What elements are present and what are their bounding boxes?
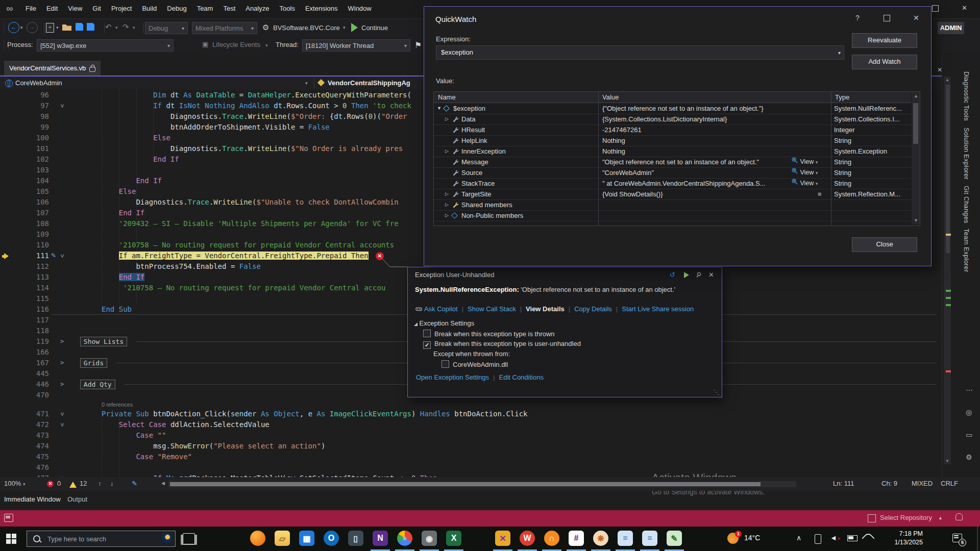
checkbox-break-thrown[interactable]: Break when this exception type is thrown <box>423 330 555 338</box>
expand-icon[interactable]: ▷ <box>445 146 449 157</box>
watch-value[interactable]: -2147467261 <box>602 124 827 135</box>
task-view-button[interactable] <box>183 533 195 544</box>
continue-button[interactable]: Continue <box>361 24 388 32</box>
taskbar-app-wps-tools[interactable]: ✕ <box>495 531 510 546</box>
warning-count[interactable]: 12 <box>80 480 87 487</box>
code-line-476[interactable]: 476 <box>0 462 942 473</box>
redo-caret-icon[interactable]: ▾ <box>133 25 135 30</box>
checkbox-icon[interactable] <box>442 360 449 368</box>
save-icon[interactable] <box>76 23 83 31</box>
new-file-caret-icon[interactable]: ▾ <box>56 25 59 30</box>
view-visualizer-dropdown[interactable]: View ▾ <box>791 178 818 189</box>
watch-name[interactable]: TargetSite <box>461 189 492 199</box>
line-ending-indicator[interactable]: CRLF <box>941 480 958 487</box>
codelens-references[interactable]: 0 references <box>102 400 133 409</box>
exception-settings-header[interactable]: ◢ Exception Settings <box>414 319 474 327</box>
solution-platform-dropdown[interactable]: Mixed Platforms▾ <box>192 22 257 34</box>
column-header-type[interactable]: Type <box>831 92 911 103</box>
watch-name[interactable]: Shared members <box>461 199 512 210</box>
menu-item-team[interactable]: Team <box>192 0 218 17</box>
menu-item-extensions[interactable]: Extensions <box>300 0 343 17</box>
expand-icon[interactable]: ▷ <box>445 199 449 210</box>
watch-row-non-public-members[interactable]: ▷Non-Public members <box>434 210 911 221</box>
view-visualizer-dropdown[interactable]: View ▾ <box>791 157 818 168</box>
continue-icon[interactable] <box>684 272 689 278</box>
watch-row-targetsite[interactable]: ▷TargetSite{Void ShowDetails()}≡System.R… <box>434 189 911 200</box>
flag-icon[interactable]: ⚑ <box>414 40 422 50</box>
watch-value[interactable]: {System.Collections.ListDictionaryIntern… <box>602 114 827 124</box>
redo-icon[interactable]: ↷ <box>122 22 129 32</box>
expression-value[interactable]: $exception <box>441 48 473 56</box>
menu-item-project[interactable]: Project <box>106 0 137 17</box>
taskbar-app-notepad-2[interactable]: ≡ <box>642 531 657 546</box>
fold-collapse-icon[interactable]: > <box>57 104 67 108</box>
watch-row-shared-members[interactable]: ▷Shared members <box>434 199 911 211</box>
error-icon[interactable]: ✕ <box>47 481 54 487</box>
navigate-forward-icon[interactable]: → <box>27 22 38 33</box>
process-dropdown[interactable]: [552] w3wp.exe▾ <box>37 39 174 52</box>
pin-icon[interactable]: ⚲ <box>695 270 703 280</box>
monitor-icon[interactable]: ▭ <box>966 431 972 439</box>
link-copy-details[interactable]: Copy Details <box>574 305 612 313</box>
watch-value[interactable]: "CoreWebAdmin" <box>602 167 786 178</box>
menu-item-build[interactable]: Build <box>137 0 162 17</box>
watch-value[interactable]: "Object reference not set to an instance… <box>602 157 786 167</box>
lifecycle-caret-icon[interactable]: ▾ <box>265 43 268 48</box>
your-phone-icon[interactable] <box>815 534 821 544</box>
prev-issue-arrow-icon[interactable]: ↑ <box>98 480 102 487</box>
expand-icon[interactable]: ▷ <box>445 189 449 199</box>
code-line-472[interactable]: 472>Select Case ddlAction.SelectedValue <box>0 419 942 430</box>
restore-window-icon[interactable] <box>932 5 939 12</box>
speaker-muted-icon[interactable]: ◄✕ <box>830 534 841 542</box>
menu-item-analyze[interactable]: Analyze <box>240 0 274 17</box>
document-tab[interactable]: VendorCentralServices.vb <box>4 61 101 76</box>
taskbar-app-store[interactable]: ▦ <box>299 531 314 546</box>
collapsed-region-add-qty[interactable]: Add Qty <box>80 380 115 389</box>
taskbar-app-paint[interactable]: ❋ <box>593 531 608 546</box>
breadcrumb-project[interactable]: CoreWebAdmin <box>15 79 62 87</box>
solution-configuration-dropdown[interactable]: Debug▾ <box>145 22 188 34</box>
reevaluate-button[interactable]: Reevaluate <box>852 33 917 48</box>
lifecycle-events-dropdown[interactable]: Lifecycle Events <box>212 41 260 48</box>
taskbar-app-utility-gray[interactable]: ◉ <box>422 531 437 546</box>
checkbox-checked-icon[interactable]: ✓ <box>423 341 431 349</box>
error-count[interactable]: 0 <box>57 480 61 487</box>
startup-project-caret-icon[interactable]: ▾ <box>343 25 346 30</box>
fold-collapse-icon[interactable]: > <box>57 423 67 427</box>
taskbar-app-file-explorer[interactable]: ▱ <box>275 531 290 546</box>
taskbar-app-firefox[interactable] <box>250 531 265 546</box>
line-indicator[interactable]: Ln: 111 <box>833 480 854 487</box>
scroll-left-icon[interactable]: ◀ <box>161 481 165 486</box>
hscroll-thumb[interactable] <box>170 482 761 486</box>
close-window-icon[interactable]: ✕ <box>962 4 967 12</box>
menu-item-file[interactable]: File <box>20 0 41 17</box>
codelens-row[interactable]: 0 references <box>0 400 942 409</box>
combobox-caret-icon[interactable]: ▾ <box>838 50 841 56</box>
taskbar-app-notepad-plus[interactable]: ✎ <box>667 531 682 546</box>
fold-expand-icon[interactable]: > <box>60 379 64 390</box>
expression-combobox[interactable]: $exception ▾ <box>436 45 844 60</box>
watch-row-innerexception[interactable]: ▷InnerExceptionNothingSystem.Exception <box>434 146 911 157</box>
tray-expand-chevron-icon[interactable]: ∧ <box>796 534 801 542</box>
scroll-up-icon[interactable]: ▲ <box>945 78 949 82</box>
watch-row-helplink[interactable]: HelpLinkNothingString <box>434 135 911 146</box>
checkbox-corewebadmin-dll[interactable]: CoreWebAdmin.dll <box>442 360 508 368</box>
wifi-icon[interactable] <box>862 532 874 544</box>
history-icon[interactable]: ↺ <box>670 271 675 279</box>
expand-icon[interactable]: ▷ <box>445 114 449 124</box>
link-show-call-stack[interactable]: Show Call Stack <box>468 305 516 313</box>
code-line-477[interactable]: 477>If Me.grdPackages.MasterTableView.Ge… <box>0 473 942 477</box>
table-scrollbar-thumb[interactable] <box>913 103 918 144</box>
link-edit-conditions[interactable]: Edit Conditions <box>499 373 543 381</box>
watch-name[interactable]: Data <box>461 114 475 124</box>
temperature-label[interactable]: 14°C <box>744 534 760 542</box>
expand-icon[interactable]: ▷ <box>445 210 449 221</box>
taskbar-app-device[interactable]: ▯ <box>348 531 363 546</box>
code-line-473[interactable]: 473Case "" <box>0 430 942 441</box>
column-indicator[interactable]: Ch: 9 <box>881 480 897 487</box>
feedback-icon[interactable] <box>4 514 13 522</box>
view-visualizer-dropdown[interactable]: View ▾ <box>791 167 818 179</box>
watch-value[interactable]: " at CoreWebAdmin.VendorCentralShippingA… <box>602 178 786 189</box>
editor-vertical-scrollbar[interactable]: ▲ ▼ <box>944 77 951 464</box>
taskbar-app-wps-writer[interactable]: W <box>520 531 535 546</box>
